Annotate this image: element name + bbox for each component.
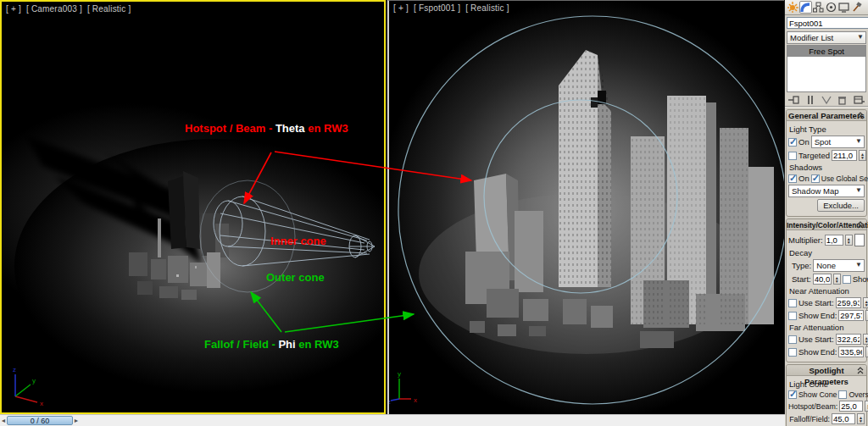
time-slider-handle[interactable]: 0 / 60: [7, 416, 73, 425]
decay-show-checkbox[interactable]: [843, 275, 851, 284]
falloff-field-annotation: Fallof / Field - Phi en RW3: [204, 338, 339, 351]
pin-stack-icon[interactable]: [788, 95, 799, 105]
far-start-field[interactable]: [836, 334, 861, 345]
modifier-list-dropdown[interactable]: Modifier List ▼: [787, 31, 866, 44]
axis-y-label: y: [398, 370, 401, 378]
command-panel: Modifier List ▼ Free Spot General Parame…: [785, 0, 868, 426]
light-on-checkbox[interactable]: [788, 138, 797, 147]
hotspot-beam-spinner[interactable]: ▲▼: [865, 401, 868, 412]
decay-start-spinner[interactable]: ▲▼: [833, 274, 841, 285]
viewport-menu-shading[interactable]: [ Realistic ]: [465, 3, 509, 13]
near-start-field[interactable]: [836, 297, 861, 308]
targeted-checkbox[interactable]: [788, 152, 797, 160]
remove-modifier-icon[interactable]: [837, 95, 847, 105]
hotspot-beam-field[interactable]: [839, 401, 863, 412]
wheel-icon: [826, 2, 837, 13]
use-global-settings-checkbox[interactable]: [811, 174, 820, 183]
falloff-field-field[interactable]: [832, 413, 855, 424]
viewport-menu-view[interactable]: [ Fspot001 ]: [414, 3, 460, 13]
near-end-field[interactable]: [838, 310, 864, 321]
decay-show-label: Show: [853, 274, 868, 284]
multiplier-field[interactable]: [825, 235, 843, 246]
rollout-title: Spotlight Parameters: [804, 366, 849, 386]
decay-start-field[interactable]: [813, 274, 832, 285]
camera-view-scene[interactable]: x y z: [2, 2, 384, 412]
viewport-menu-view[interactable]: [ Camera003 ]: [26, 4, 82, 14]
light-type-value: Spot: [815, 137, 832, 147]
shadow-type-dropdown[interactable]: Shadow Map ▼: [788, 185, 865, 197]
tab-utilities[interactable]: [850, 1, 863, 14]
light-on-label: On: [798, 137, 810, 147]
viewport-camera003[interactable]: [ + ] [ Camera003 ] [ Realistic ]: [0, 0, 386, 414]
previous-frame-icon[interactable]: ◄: [0, 418, 7, 423]
far-attenuation-group-label: Far Attenuation: [789, 323, 865, 332]
far-use-checkbox[interactable]: [788, 335, 797, 344]
target-distance-spinner[interactable]: ▲▼: [859, 150, 866, 161]
far-show-checkbox[interactable]: [788, 348, 797, 357]
axis-z-label: z: [13, 366, 16, 373]
show-cone-label: Show Cone: [798, 390, 837, 399]
outer-cone-annotation: Outer cone: [266, 271, 325, 284]
far-use-label: Use: [798, 335, 813, 344]
exclude-button[interactable]: Exclude...: [817, 199, 865, 212]
show-end-result-icon[interactable]: [806, 95, 815, 105]
collapse-chevron-icon: [857, 112, 864, 119]
general-parameters-header[interactable]: General Parameters: [787, 110, 866, 121]
show-cone-checkbox[interactable]: [788, 390, 797, 399]
overshoot-checkbox[interactable]: [838, 390, 847, 399]
collapse-chevron-icon: [857, 367, 864, 374]
viewport-fspot001[interactable]: [ + ] [ Fspot001 ] [ Realistic ]: [387, 0, 784, 414]
collapse-chevron-icon: [857, 221, 864, 229]
hammer-icon: [851, 2, 862, 13]
multiplier-spinner[interactable]: ▲▼: [845, 235, 853, 246]
axis-x-label: x: [414, 396, 417, 404]
target-distance-field[interactable]: [832, 150, 857, 161]
spotlight-parameters-header[interactable]: Spotlight Parameters: [787, 365, 866, 376]
tab-motion[interactable]: [825, 1, 837, 14]
near-start-label: Start:: [815, 298, 834, 307]
tab-create[interactable]: [787, 1, 799, 14]
decay-type-value: None: [816, 261, 836, 270]
viewport-menu-plus[interactable]: [ + ]: [393, 3, 409, 13]
tab-display[interactable]: [837, 1, 850, 14]
decay-type-dropdown[interactable]: None ▼: [813, 259, 865, 272]
viewport-menu-shading[interactable]: [ Realistic ]: [87, 4, 131, 14]
falloff-field-spinner[interactable]: ▲▼: [857, 413, 865, 424]
monitor-icon: [838, 2, 849, 13]
light-color-swatch[interactable]: [854, 234, 865, 246]
annotation-text: Theta: [275, 122, 305, 135]
near-use-checkbox[interactable]: [788, 299, 797, 307]
use-global-settings-label: Use Global Settings: [821, 174, 868, 183]
axis-y-label: y: [32, 377, 36, 385]
general-parameters-rollout: General Parameters Light Type On Spot ▼ …: [786, 109, 867, 217]
viewport-label-left: [ + ] [ Camera003 ] [ Realistic ]: [6, 4, 133, 14]
object-name-input[interactable]: [787, 17, 868, 29]
viewport-menu-plus[interactable]: [ + ]: [6, 4, 21, 14]
configure-modifier-sets-icon[interactable]: [854, 95, 865, 105]
rollout-title: General Parameters: [788, 111, 865, 120]
viewport-label-right: [ + ] [ Fspot001 ] [ Realistic ]: [393, 3, 512, 13]
shadows-on-label: On: [798, 174, 810, 183]
axis-z-label: z: [389, 398, 391, 406]
stack-toolbar: [785, 93, 868, 108]
light-view-scene[interactable]: y z x: [389, 1, 784, 414]
light-type-dropdown[interactable]: Spot ▼: [811, 136, 865, 148]
tab-hierarchy[interactable]: [812, 1, 825, 14]
shadows-on-checkbox[interactable]: [788, 174, 797, 183]
spotlight-parameters-rollout: Spotlight Parameters Light Cone Show Con…: [786, 364, 867, 426]
make-unique-icon[interactable]: [821, 95, 832, 105]
tab-modify[interactable]: [799, 1, 812, 14]
next-frame-icon[interactable]: ►: [73, 418, 80, 423]
modifier-stack[interactable]: Free Spot: [787, 45, 866, 92]
stack-item-free-spot[interactable]: Free Spot: [787, 46, 865, 57]
far-start-spinner[interactable]: ▲▼: [863, 334, 868, 345]
command-panel-tabs: [785, 0, 868, 15]
axis-x-label: x: [40, 400, 43, 407]
falloff-field-label: Falloff/Field:: [789, 415, 830, 423]
far-end-field[interactable]: [838, 346, 864, 357]
annotation-text: en RW3: [305, 122, 348, 135]
shadows-group-label: Shadows: [789, 163, 865, 172]
intensity-header[interactable]: Intensity/Color/Attenuation: [787, 219, 866, 230]
near-show-checkbox[interactable]: [788, 312, 797, 320]
near-start-spinner[interactable]: ▲▼: [863, 297, 868, 308]
